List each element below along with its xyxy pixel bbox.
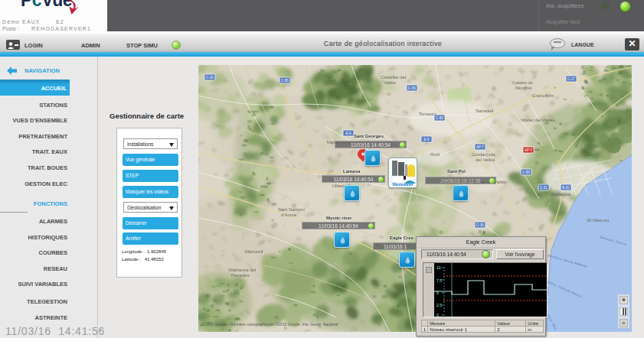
svg-text:Rubí: Rubí [430,152,440,157]
svg-text:C-58: C-58 [281,79,289,83]
svg-text:B-20: B-20 [562,186,570,190]
svg-text:Sant Sadurní: Sant Sadurní [278,207,305,212]
svg-text:Mollet del Vallès: Mollet del Vallès [521,118,554,122]
svg-text:Vallès: Vallès [384,80,396,85]
svg-text:2.5: 2.5 [436,303,442,307]
svg-text:C-17: C-17 [567,77,575,81]
svg-text:E-9: E-9 [345,132,351,135]
svg-text:AP-7: AP-7 [476,145,485,149]
svg-text:Cerdanyola: Cerdanyola [472,152,495,157]
svg-text:Badalona: Badalona [551,192,571,197]
svg-text:Vilafranca del: Vilafranca del [228,268,256,272]
svg-text:Montbui: Montbui [515,86,531,90]
svg-text:C-31: C-31 [540,186,548,190]
svg-text:Granollers: Granollers [532,93,554,98]
svg-text:10: 10 [436,265,441,270]
svg-text:7.5: 7.5 [436,278,442,283]
svg-text:C-59: C-59 [408,86,416,90]
svg-text:Martorell: Martorell [245,249,263,254]
svg-text:C-16: C-16 [476,223,484,227]
svg-text:Sabadell: Sabadell [476,109,493,113]
svg-text:AP-7: AP-7 [525,148,533,152]
svg-text:Castellar del: Castellar del [381,75,406,80]
svg-text:©2016 Google - Données cartogr: ©2016 Google - Données cartographiques ©… [202,322,338,327]
svg-text:Caldes de: Caldes de [512,80,534,85]
svg-text:El Masnou: El Masnou [587,218,609,223]
svg-text:C-16: C-16 [206,76,214,80]
svg-text:0: 0 [436,313,439,317]
svg-text:d'Anoia: d'Anoia [281,213,296,217]
svg-text:C-58: C-58 [522,171,530,174]
svg-text:del Vallès: del Vallès [476,158,495,162]
svg-text:Penedès: Penedès [231,273,250,278]
svg-text:E-9: E-9 [423,138,430,141]
svg-text:C-58: C-58 [436,116,443,120]
